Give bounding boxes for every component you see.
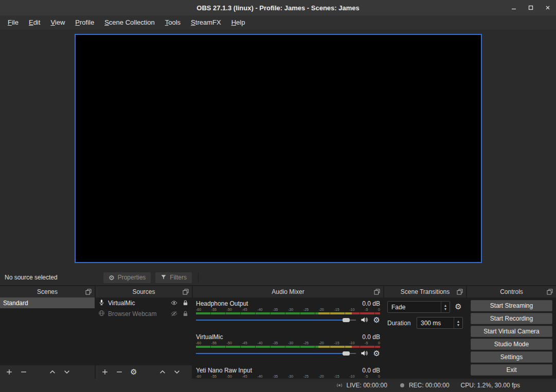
popout-icon[interactable] <box>85 289 92 295</box>
volume-slider-handle[interactable] <box>343 318 350 322</box>
scenes-dock-header[interactable]: Scenes <box>0 286 95 297</box>
source-properties-gear-icon[interactable]: ⚙ <box>130 368 138 376</box>
menu-help[interactable]: Help <box>226 15 250 30</box>
filters-button[interactable]: Filters <box>155 272 192 284</box>
tick-label: -25 <box>303 341 309 345</box>
tick-label: -5 <box>365 341 368 345</box>
start-virtual-camera-button[interactable]: Start Virtual Camera <box>471 326 552 337</box>
add-scene-icon[interactable] <box>5 368 13 376</box>
transition-select[interactable]: Fade ▴ ▾ <box>387 301 450 313</box>
dock-area: Scenes Standard <box>0 285 556 379</box>
popout-icon[interactable] <box>374 289 380 295</box>
menu-streamfx[interactable]: StreamFX <box>186 15 226 30</box>
tick-label: -10 <box>349 308 354 312</box>
move-scene-up-icon[interactable] <box>48 368 57 376</box>
menu-tools[interactable]: Tools <box>160 15 186 30</box>
channel-name: Headphone Output <box>196 300 248 307</box>
remove-scene-icon[interactable] <box>20 368 28 376</box>
sources-dock-header[interactable]: Sources <box>96 286 192 297</box>
duration-label: Duration <box>387 320 413 327</box>
tick-label: -55 <box>211 308 217 312</box>
tick-label: -10 <box>349 375 354 379</box>
transition-properties-gear-icon[interactable]: ⚙ <box>454 303 463 311</box>
tick-label: -40 <box>257 341 262 345</box>
source-label: VirtualMic <box>108 300 135 307</box>
add-source-icon[interactable] <box>101 368 109 376</box>
tick-label: -45 <box>242 375 247 379</box>
tick-label: -35 <box>273 308 278 312</box>
channel-settings-gear-icon[interactable]: ⚙ <box>373 316 380 324</box>
spinbox-arrows[interactable]: ▴ ▾ <box>454 318 462 328</box>
volume-slider[interactable] <box>196 316 356 324</box>
transition-selected-value: Fade <box>391 304 405 311</box>
sources-toolbar: ⚙ <box>96 365 192 379</box>
start-streaming-button[interactable]: Start Streaming <box>471 300 552 311</box>
speaker-mute-icon[interactable] <box>361 316 369 324</box>
gear-icon: ⚙ <box>109 274 115 281</box>
audio-mixer-dock-header[interactable]: Audio Mixer <box>193 286 383 297</box>
popout-icon[interactable] <box>183 289 189 295</box>
source-item-virtualmic[interactable]: VirtualMic <box>96 297 192 308</box>
titlebar: OBS 27.1.3 (linux) - Profile: James - Sc… <box>0 0 556 15</box>
channel-settings-gear-icon[interactable]: ⚙ <box>373 350 380 358</box>
visibility-eye-icon[interactable] <box>170 299 178 307</box>
channel-name: VirtualMic <box>196 333 223 341</box>
maximize-icon[interactable] <box>528 5 534 11</box>
move-scene-down-icon[interactable] <box>63 368 71 376</box>
select-arrows[interactable]: ▴ ▾ <box>441 302 450 312</box>
properties-button-label: Properties <box>118 274 146 281</box>
tick-label: -40 <box>257 375 262 379</box>
popout-icon[interactable] <box>457 289 463 295</box>
source-item-browser-webcam[interactable]: Browser Webcam <box>96 308 192 319</box>
tick-label: -20 <box>319 341 324 345</box>
tick-label: -60 <box>196 308 201 312</box>
tick-label: -35 <box>273 375 278 379</box>
scene-transitions-dock-header[interactable]: Scene Transitions <box>384 286 466 297</box>
sources-dock: Sources VirtualMic <box>96 286 192 379</box>
menu-file[interactable]: File <box>3 15 24 30</box>
scene-transitions-dock: Scene Transitions Fade ▴ ▾ ⚙ <box>384 286 466 379</box>
preview-canvas[interactable] <box>75 34 482 263</box>
globe-icon <box>98 310 105 318</box>
volume-slider[interactable] <box>196 350 356 357</box>
close-icon[interactable] <box>545 5 551 11</box>
remove-source-icon[interactable] <box>115 368 123 376</box>
tick-label: -30 <box>288 375 293 379</box>
studio-mode-button[interactable]: Studio Mode <box>471 339 552 350</box>
visibility-eye-slash-icon[interactable] <box>170 310 178 318</box>
move-source-up-icon[interactable] <box>158 368 167 376</box>
properties-button[interactable]: ⚙ Properties <box>103 272 151 284</box>
menubar: File Edit View Profile Scene Collection … <box>0 15 556 30</box>
duration-spinbox[interactable]: 300 ms ▴ ▾ <box>417 317 463 329</box>
menu-scene-collection[interactable]: Scene Collection <box>99 15 160 30</box>
speaker-mute-icon[interactable] <box>361 349 369 358</box>
lock-icon[interactable] <box>181 299 189 307</box>
tick-label: -30 <box>288 308 293 312</box>
sources-dock-title: Sources <box>132 288 155 295</box>
window-title: OBS 27.1.3 (linux) - Profile: James - Sc… <box>0 4 556 12</box>
live-time: LIVE: 00:00:00 <box>346 382 387 389</box>
toolbar-divider <box>198 272 199 283</box>
tick-label: -15 <box>334 308 339 312</box>
tick-label: -45 <box>242 308 247 312</box>
source-toolbar: No source selected ⚙ Properties Filters <box>0 270 556 285</box>
scene-item-standard[interactable]: Standard <box>0 297 95 308</box>
popout-icon[interactable] <box>547 289 553 295</box>
tick-label: -55 <box>211 341 217 345</box>
selected-source-status: No source selected <box>0 274 103 281</box>
exit-button[interactable]: Exit <box>471 364 552 376</box>
move-source-down-icon[interactable] <box>173 368 181 376</box>
menu-profile[interactable]: Profile <box>70 15 99 30</box>
controls-dock-header[interactable]: Controls <box>467 286 556 297</box>
minimize-icon[interactable] <box>511 5 517 11</box>
settings-button[interactable]: Settings <box>471 351 552 363</box>
audio-mixer-body: Headphone Output 0.0 dB -60-55-50-45-40-… <box>193 297 383 379</box>
volume-slider-handle[interactable] <box>343 351 350 356</box>
tick-label: -60 <box>196 341 201 345</box>
lock-icon[interactable] <box>181 310 189 318</box>
menu-view[interactable]: View <box>45 15 70 30</box>
start-recording-button[interactable]: Start Recording <box>471 313 552 324</box>
status-bar: LIVE: 00:00:00 REC: 00:00:00 CPU: 1.2%, … <box>0 379 556 392</box>
tick-label: -50 <box>227 308 232 312</box>
menu-edit[interactable]: Edit <box>24 15 45 30</box>
